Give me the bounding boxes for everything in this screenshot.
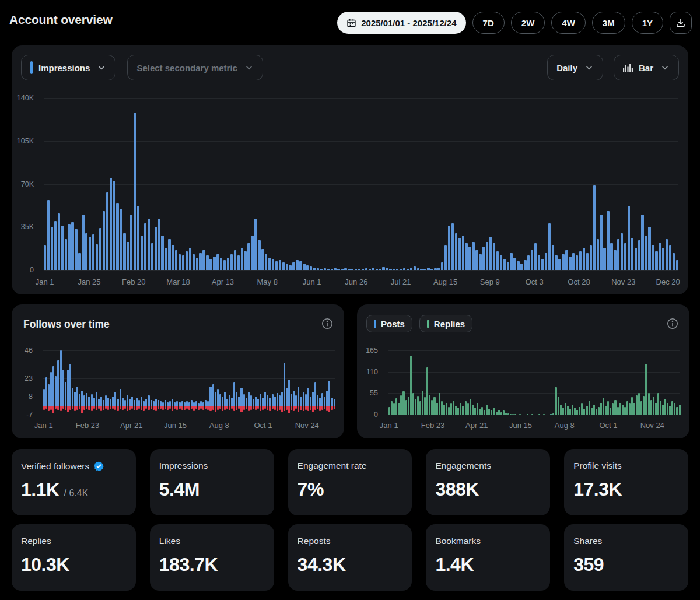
bar: [657, 393, 659, 415]
bar: [470, 399, 471, 415]
bar-series: [43, 406, 335, 415]
range-button-7d[interactable]: 7D: [473, 12, 505, 34]
bar: [122, 406, 124, 409]
bar: [246, 398, 247, 406]
y-tick-label: 46: [24, 346, 33, 355]
range-button-4w[interactable]: 4W: [551, 12, 586, 34]
bar: [71, 222, 74, 270]
bar: [219, 406, 221, 408]
bar: [116, 203, 118, 270]
stat-label: Reposts: [298, 536, 331, 546]
legend-replies-toggle[interactable]: Replies: [419, 315, 473, 332]
bar: [158, 406, 159, 408]
bar: [120, 406, 121, 408]
range-button-2w[interactable]: 2W: [511, 12, 545, 34]
bar: [514, 414, 516, 415]
bar: [213, 257, 215, 270]
posts-chart-plot[interactable]: [388, 350, 680, 415]
x-tick-label: Jun 26: [345, 278, 368, 286]
download-button[interactable]: [670, 12, 692, 34]
bar: [205, 400, 206, 406]
bar: [143, 401, 145, 406]
range-button-3m[interactable]: 3M: [592, 12, 625, 34]
bar: [620, 403, 621, 415]
bar: [61, 226, 64, 270]
range-button-1y[interactable]: 1Y: [632, 12, 663, 34]
bar: [164, 248, 167, 270]
bar: [107, 398, 109, 406]
bar: [417, 396, 419, 415]
bar: [558, 397, 559, 415]
bar: [100, 397, 102, 406]
page-title: Account overview: [9, 13, 113, 27]
bar: [181, 401, 183, 406]
chart-type-select[interactable]: Bar: [614, 55, 679, 80]
legend-posts-toggle[interactable]: Posts: [366, 315, 412, 332]
bar: [583, 248, 585, 270]
bar: [288, 380, 290, 406]
bar: [258, 240, 260, 270]
bar: [241, 248, 243, 270]
bar: [431, 400, 433, 415]
bar: [569, 409, 571, 415]
x-tick-label: Oct 1: [254, 421, 272, 430]
stat-card-likes[interactable]: Likes 183.7K: [150, 524, 274, 591]
bar: [82, 215, 84, 270]
bar: [150, 406, 152, 408]
stat-card-replies[interactable]: Replies 10.3K: [12, 524, 136, 591]
stat-card-reposts[interactable]: Reposts 34.3K: [288, 524, 412, 591]
y-tick-label: 35K: [21, 223, 34, 231]
bar: [324, 397, 326, 406]
x-tick-label: Apr 21: [120, 421, 142, 430]
bar: [679, 405, 681, 415]
stat-card-shares[interactable]: Shares 359: [564, 524, 688, 591]
bar: [328, 381, 330, 406]
bar: [645, 364, 647, 415]
bar: [629, 403, 631, 415]
bar: [209, 259, 212, 270]
follows-info-button[interactable]: [321, 317, 334, 330]
stat-card-bookmarks[interactable]: Bookmarks 1.4K: [426, 524, 550, 591]
bar: [114, 406, 116, 409]
stat-card-profile-visits[interactable]: Profile visits 17.3K: [564, 449, 688, 515]
bar: [614, 250, 616, 270]
stat-card-verified-followers[interactable]: Verified followers 1.1K / 6.4K: [12, 449, 136, 515]
x-tick-label: Feb 23: [421, 421, 444, 430]
bar: [386, 268, 388, 270]
bar: [127, 406, 128, 410]
stat-card-engagement-rate[interactable]: Engagement rate 7%: [288, 449, 412, 515]
bar: [186, 401, 188, 406]
bar: [674, 403, 676, 415]
bar: [74, 392, 76, 406]
stat-card-engagements[interactable]: Engagements 388K: [426, 449, 550, 515]
bar: [443, 405, 445, 415]
bar: [69, 364, 71, 406]
bar: [439, 393, 440, 415]
bar: [493, 408, 495, 415]
bar: [513, 258, 516, 270]
bar: [645, 236, 647, 270]
secondary-metric-select[interactable]: Select secondary metric: [127, 55, 263, 80]
main-chart-plot[interactable]: [44, 98, 678, 270]
bar: [441, 262, 443, 270]
date-range-picker[interactable]: 2025/01/01 - 2025/12/24: [337, 12, 466, 34]
bar: [593, 185, 596, 270]
y-tick-label: 0: [374, 410, 378, 419]
posts-info-button[interactable]: [666, 317, 679, 330]
bar: [372, 268, 374, 270]
primary-metric-select[interactable]: Impressions: [21, 55, 116, 80]
bar: [281, 392, 283, 406]
bar: [334, 399, 335, 406]
bar: [148, 395, 149, 406]
y-tick-label: 70K: [21, 180, 34, 188]
bar: [110, 399, 111, 406]
bar: [103, 211, 105, 270]
stat-card-impressions[interactable]: Impressions 5.4M: [150, 449, 274, 515]
follows-chart-plot[interactable]: [43, 350, 335, 415]
bar: [426, 367, 428, 415]
bar: [474, 408, 476, 415]
bar: [307, 388, 309, 406]
granularity-select[interactable]: Daily: [547, 55, 603, 80]
bar: [88, 397, 90, 406]
bar: [479, 254, 481, 270]
